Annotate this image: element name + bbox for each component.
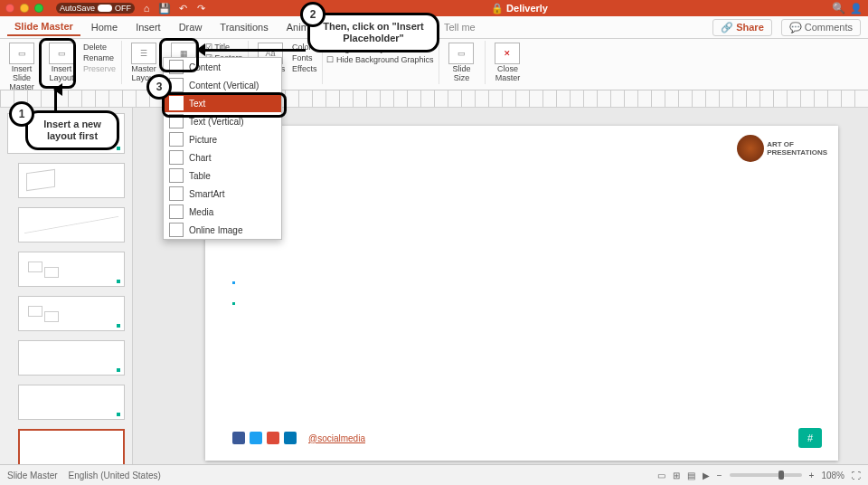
picture-icon: [169, 132, 184, 147]
thumb-layout-selected[interactable]: [18, 429, 125, 466]
redo-icon[interactable]: ↷: [194, 3, 207, 14]
menu-item-smartart[interactable]: SmartArt: [164, 185, 281, 203]
delete-button[interactable]: Delete: [83, 43, 116, 52]
tab-draw[interactable]: Draw: [172, 19, 210, 35]
autosave-switch-icon: [98, 5, 112, 12]
fit-window-icon[interactable]: ⛶: [852, 471, 861, 480]
hide-bg-checkbox[interactable]: ☐ Hide Background Graphics: [326, 55, 433, 64]
slide-master-icon: ▭: [9, 43, 34, 64]
media-icon: [169, 204, 184, 219]
menu-item-picture[interactable]: Picture: [164, 130, 281, 148]
tab-insert[interactable]: Insert: [128, 19, 168, 35]
thumb-layout[interactable]: [18, 207, 125, 242]
logo-icon: [737, 135, 764, 162]
thumb-layout[interactable]: [18, 163, 125, 198]
insert-slide-master-button[interactable]: ▭ Insert Slide Master: [4, 41, 40, 92]
close-master-button[interactable]: ✕ Close Master: [489, 41, 525, 83]
logo: ART OF PRESENTATIONS: [737, 135, 827, 162]
thumb-layout[interactable]: [18, 296, 125, 331]
account-icon[interactable]: 👤: [850, 3, 863, 14]
autosave-toggle[interactable]: AutoSave OFF: [56, 3, 135, 14]
annotation-3-badge: 3: [146, 74, 172, 100]
master-layout-icon: ☰: [131, 43, 156, 64]
annotation-1-badge: 1: [9, 101, 34, 127]
table-icon: [169, 168, 184, 183]
slide-size-icon: ▭: [448, 43, 474, 64]
menu-item-media[interactable]: Media: [164, 203, 281, 221]
insert-placeholder-menu[interactable]: Content Content (Vertical) Text Text (Ve…: [163, 57, 282, 240]
window-close-icon[interactable]: [5, 4, 14, 13]
view-sorter-icon[interactable]: ⊞: [673, 471, 680, 480]
tab-tell-me[interactable]: Tell me: [437, 19, 483, 35]
tab-transitions[interactable]: Transitions: [212, 19, 275, 35]
annotation-1: Insert a new layout first: [25, 110, 119, 150]
view-reading-icon[interactable]: ▤: [687, 471, 695, 480]
window-min-icon[interactable]: [20, 4, 29, 13]
tab-home[interactable]: Home: [84, 19, 125, 35]
zoom-level[interactable]: 108%: [821, 471, 844, 480]
guide-dot-icon: [232, 302, 235, 305]
thumb-layout[interactable]: [18, 252, 125, 287]
fonts-button[interactable]: Fonts: [292, 53, 316, 62]
facebook-icon[interactable]: [232, 432, 245, 444]
twitter-icon[interactable]: [250, 432, 262, 444]
annotation-1-arrow: [54, 89, 57, 110]
menu-item-online-image[interactable]: Online Image: [164, 221, 281, 239]
comments-button[interactable]: 💬 Comments: [781, 19, 861, 36]
status-bar: Slide Master English (United States) ▭ ⊞…: [0, 464, 868, 485]
slide-thumbnails[interactable]: [0, 108, 133, 471]
horizontal-ruler: [0, 90, 868, 108]
view-slideshow-icon[interactable]: ▶: [703, 471, 710, 480]
close-icon: ✕: [495, 43, 520, 64]
highlight-insert-layout: [39, 38, 76, 89]
status-view: Slide Master: [7, 471, 58, 480]
zoom-slider[interactable]: [730, 473, 802, 477]
googleplus-icon[interactable]: [267, 432, 279, 444]
online-image-icon: [169, 223, 184, 237]
highlight-insert-placeholder: [159, 38, 199, 72]
menu-item-chart[interactable]: Chart: [164, 148, 281, 166]
view-normal-icon[interactable]: ▭: [657, 471, 665, 480]
slide[interactable]: ART OF PRESENTATIONS @socialmedia #: [205, 126, 838, 461]
page-number-badge: #: [798, 428, 822, 448]
zoom-out-button[interactable]: −: [717, 471, 722, 480]
menu-item-table[interactable]: Table: [164, 166, 281, 185]
mac-titlebar: AutoSave OFF ⌂ 💾 ↶ ↷ 🔒 Deliverly 🔍 👤: [0, 0, 868, 16]
annotation-2-badge: 2: [300, 2, 326, 27]
highlight-menu-text: [162, 92, 287, 118]
annotation-2: Then, click on "Insert Placeholder": [307, 13, 439, 52]
chart-icon: [169, 150, 184, 165]
preserve-button[interactable]: Preserve: [83, 64, 116, 73]
tab-slide-master[interactable]: Slide Master: [7, 18, 80, 36]
window-max-icon[interactable]: [34, 4, 43, 13]
thumb-layout[interactable]: [18, 385, 125, 420]
home-icon[interactable]: ⌂: [140, 3, 153, 14]
linkedin-icon[interactable]: [284, 432, 297, 444]
rename-button[interactable]: Rename: [83, 53, 116, 62]
save-icon[interactable]: 💾: [158, 3, 171, 14]
share-button[interactable]: 🔗 Share: [712, 19, 772, 36]
menu-item-content-vertical[interactable]: Content (Vertical): [164, 76, 281, 94]
smartart-icon: [169, 186, 184, 201]
thumb-layout[interactable]: [18, 340, 125, 376]
undo-icon[interactable]: ↶: [176, 3, 189, 14]
status-language[interactable]: English (United States): [69, 471, 161, 480]
search-icon[interactable]: 🔍: [832, 2, 844, 14]
social-row: @socialmedia: [232, 432, 365, 444]
effects-button[interactable]: Effects: [292, 64, 316, 73]
slide-size-button[interactable]: ▭ Slide Size: [443, 41, 479, 83]
autosave-label: AutoSave: [60, 4, 95, 13]
guide-dot-icon: [232, 281, 235, 284]
social-handle[interactable]: @socialmedia: [308, 433, 365, 443]
annotation-2-arrow: [197, 49, 306, 52]
autosave-state: OFF: [115, 4, 131, 13]
zoom-in-button[interactable]: +: [809, 471, 815, 480]
